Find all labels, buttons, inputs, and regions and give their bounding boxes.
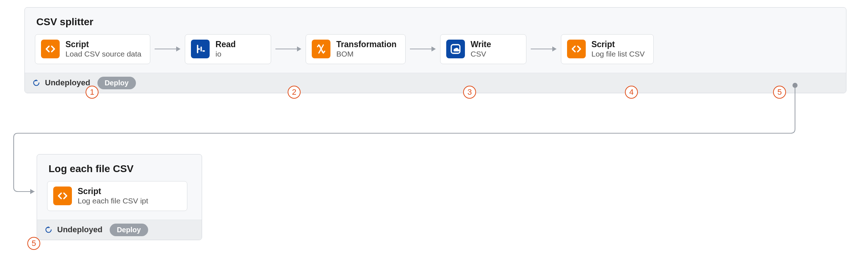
node-read-io[interactable]: Read io xyxy=(185,34,271,64)
node-subtitle: BOM xyxy=(336,50,396,58)
code-icon xyxy=(567,40,586,58)
node-title: Script xyxy=(78,187,148,196)
callout-5: 5 xyxy=(773,86,786,99)
node-script-load[interactable]: Script Load CSV source data xyxy=(35,34,150,64)
callout-3: 3 xyxy=(463,86,476,99)
undeployed-status-icon xyxy=(33,79,40,86)
node-row: Script Load CSV source data Read io xyxy=(35,34,836,64)
group-title: CSV splitter xyxy=(36,16,836,28)
callout-1: 1 xyxy=(86,86,99,99)
write-cloud-icon xyxy=(446,40,465,58)
node-title: Script xyxy=(65,40,141,49)
read-icon xyxy=(191,40,210,58)
arrow-right-icon xyxy=(274,49,303,49)
arrow-right-icon xyxy=(153,49,182,49)
node-title: Write xyxy=(471,40,491,49)
arrow-right-icon xyxy=(529,49,558,49)
code-icon xyxy=(41,40,60,58)
callout-4: 4 xyxy=(625,86,638,99)
status-label: Undeployed xyxy=(57,225,102,234)
status-label: Undeployed xyxy=(45,78,90,87)
callout-2: 2 xyxy=(288,86,301,99)
group-footer: Undeployed Deploy xyxy=(25,73,846,93)
code-icon xyxy=(53,187,72,205)
svg-rect-0 xyxy=(203,50,205,52)
transform-icon xyxy=(312,40,330,58)
node-script-log-each[interactable]: Script Log each file CSV ipt xyxy=(47,181,187,211)
node-script-log-list[interactable]: Script Log file list CSV xyxy=(561,34,654,64)
undeployed-status-icon xyxy=(45,226,52,233)
node-title: Script xyxy=(591,40,645,49)
node-subtitle: Log each file CSV ipt xyxy=(78,197,148,205)
group-title: Log each file CSV xyxy=(49,163,192,175)
callout-5b: 5 xyxy=(27,237,40,250)
node-title: Read xyxy=(215,40,236,49)
node-title: Transformation xyxy=(336,40,396,49)
node-write-csv[interactable]: Write CSV xyxy=(440,34,526,64)
arrow-right-icon xyxy=(408,49,437,49)
node-row: Script Log each file CSV ipt xyxy=(47,181,192,211)
workflow-group-csv-splitter[interactable]: CSV splitter Script Load CSV source data xyxy=(24,7,846,93)
deploy-button[interactable]: Deploy xyxy=(97,77,136,89)
node-subtitle: io xyxy=(215,50,236,58)
group-footer: Undeployed Deploy xyxy=(37,220,202,240)
output-port[interactable] xyxy=(792,83,798,88)
node-subtitle: Load CSV source data xyxy=(65,50,141,58)
workflow-canvas: CSV splitter Script Load CSV source data xyxy=(7,7,861,259)
node-subtitle: Log file list CSV xyxy=(591,50,645,58)
deploy-button[interactable]: Deploy xyxy=(110,224,148,236)
node-transformation-bom[interactable]: Transformation BOM xyxy=(306,34,405,64)
svg-marker-2 xyxy=(30,189,35,194)
workflow-group-log-each-file[interactable]: Log each file CSV Script Log each file C… xyxy=(37,154,202,240)
node-subtitle: CSV xyxy=(471,50,491,58)
